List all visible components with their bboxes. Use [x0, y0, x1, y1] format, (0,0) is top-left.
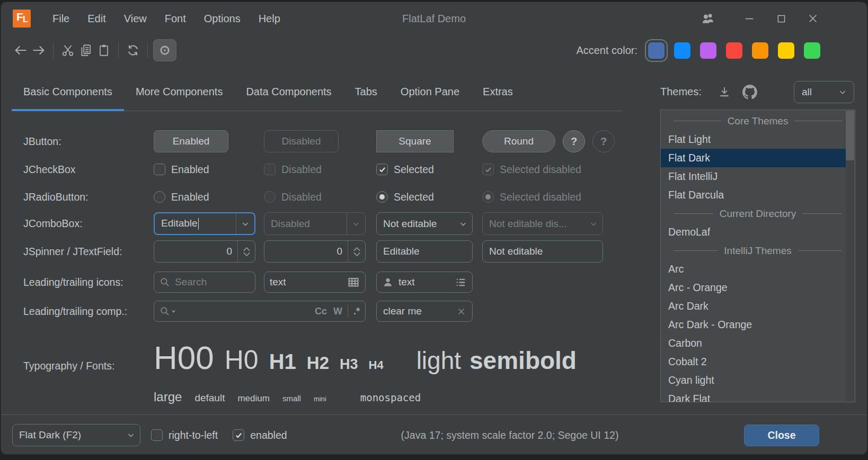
radio-selected[interactable]: Selected	[376, 188, 434, 206]
checkbox-box[interactable]	[151, 429, 163, 441]
themes-scrollbar[interactable]	[846, 111, 854, 401]
font-monospaced: monospaced	[360, 392, 421, 403]
jradiobutton-label: JRadioButton:	[23, 188, 88, 206]
theme-carbon[interactable]: Carbon	[661, 334, 855, 353]
radio-selected-disabled: Selected disabled	[482, 188, 581, 206]
not-editable-combobox[interactable]: Not editable	[376, 212, 473, 235]
search-field[interactable]: Search	[154, 272, 255, 293]
leading-trailing-icons-label: Leading/trailing icons:	[23, 272, 123, 293]
radio-circle-selected	[482, 191, 494, 203]
radio-circle-selected[interactable]	[376, 191, 388, 203]
accent-swatch-yellow[interactable]	[778, 42, 794, 59]
theme-demolaf[interactable]: DemoLaf	[661, 223, 855, 241]
scrollbar-thumb[interactable]	[846, 111, 854, 160]
table-icon[interactable]	[347, 276, 360, 288]
weight-semibold: semibold	[470, 346, 577, 375]
maximize-button[interactable]	[765, 2, 797, 35]
back-icon[interactable]	[12, 41, 30, 59]
accent-swatch-default[interactable]	[648, 42, 665, 59]
forward-icon[interactable]	[30, 41, 48, 59]
theme-flat-intellij[interactable]: Flat IntelliJ	[661, 167, 855, 186]
theme-arc[interactable]: Arc	[661, 260, 855, 278]
tab-data-components[interactable]: Data Components	[234, 73, 343, 111]
menu-view[interactable]: View	[115, 2, 156, 35]
download-icon[interactable]	[715, 83, 733, 101]
search-with-options-field[interactable]: Cc W .*	[154, 301, 366, 322]
tab-tabs[interactable]: Tabs	[343, 73, 389, 111]
spinner-value[interactable]: 0	[264, 246, 348, 257]
accent-swatch-red[interactable]	[726, 42, 742, 59]
menubar: File Edit View Font Options Help	[43, 2, 289, 35]
clearable-textfield[interactable]: clear me	[376, 301, 473, 322]
regex-button[interactable]: .*	[353, 306, 360, 317]
theme-dark-flat[interactable]: Dark Flat	[661, 390, 855, 402]
checkbox-selected[interactable]: Selected	[376, 160, 434, 178]
copy-icon[interactable]	[77, 41, 95, 59]
menu-file[interactable]: File	[43, 2, 78, 35]
enabled-checkbox[interactable]: enabled	[233, 429, 287, 441]
checkbox-box	[264, 164, 276, 175]
menu-help[interactable]: Help	[250, 2, 289, 35]
github-icon[interactable]	[741, 83, 759, 101]
refresh-icon[interactable]	[124, 41, 142, 59]
close-button[interactable]: Close	[744, 425, 819, 446]
textfield-trailing-table[interactable]: text	[264, 272, 366, 293]
theme-cobalt-2[interactable]: Cobalt 2	[661, 353, 855, 371]
chevron-down-icon[interactable]	[454, 219, 472, 229]
radio-enabled[interactable]: Enabled	[154, 188, 209, 206]
themes-header: Themes: all	[660, 73, 854, 111]
close-window-button[interactable]	[797, 2, 829, 35]
checkbox-box-checked[interactable]	[233, 429, 244, 441]
chevron-down-icon[interactable]	[236, 219, 254, 229]
not-editable-textfield[interactable]: Not editable	[482, 240, 603, 263]
theme-flat-light[interactable]: Flat Light	[661, 130, 855, 149]
editable-combobox[interactable]: Editable	[154, 212, 255, 235]
themes-filter-combobox[interactable]: all	[794, 81, 854, 103]
round-button[interactable]: Round	[482, 130, 555, 152]
spinner-1[interactable]: 0	[154, 240, 255, 263]
textfield-leading-user[interactable]: text	[376, 272, 473, 293]
checkbox-box-checked[interactable]	[376, 164, 388, 175]
theme-flat-dark[interactable]: Flat Dark	[661, 149, 846, 167]
chevron-down-icon[interactable]	[122, 430, 140, 440]
cut-icon[interactable]	[59, 41, 77, 59]
users-icon[interactable]	[692, 2, 724, 35]
accent-swatch-green[interactable]	[804, 42, 820, 59]
paste-icon[interactable]	[95, 41, 113, 59]
menu-options[interactable]: Options	[195, 2, 250, 35]
themes-list[interactable]: Core Themes Flat Light Flat Dark Flat In…	[660, 110, 855, 402]
radio-circle[interactable]	[154, 191, 165, 203]
minimize-button[interactable]	[733, 2, 765, 35]
menu-edit[interactable]: Edit	[78, 2, 114, 35]
accent-swatch-purple[interactable]	[700, 42, 716, 59]
show-hidden-eye-icon[interactable]	[153, 39, 176, 61]
spinner-value[interactable]: 0	[154, 246, 237, 257]
tab-basic-components[interactable]: Basic Components	[12, 73, 124, 111]
list-icon[interactable]	[455, 276, 467, 288]
enabled-button[interactable]: Enabled	[154, 130, 228, 152]
spinner-2[interactable]: 0	[264, 240, 366, 263]
match-case-button[interactable]: Cc	[315, 306, 327, 317]
rtl-checkbox[interactable]: right-to-left	[151, 429, 218, 441]
theme-flat-darcula[interactable]: Flat Darcula	[661, 186, 855, 204]
laf-combobox[interactable]: Flat Dark (F2)	[12, 424, 140, 446]
checkbox-box[interactable]	[154, 164, 165, 175]
tab-option-pane[interactable]: Option Pane	[389, 73, 471, 111]
menu-font[interactable]: Font	[156, 2, 195, 35]
help-button[interactable]: ?	[563, 130, 585, 152]
theme-arc-dark[interactable]: Arc Dark	[661, 297, 855, 315]
clear-icon[interactable]	[457, 307, 466, 316]
tab-more-components[interactable]: More Components	[124, 73, 235, 111]
square-button[interactable]: Square	[376, 130, 454, 152]
search-dropdown-icon[interactable]	[160, 306, 176, 317]
accent-swatch-orange[interactable]	[752, 42, 768, 59]
theme-arc-dark-orange[interactable]: Arc Dark - Orange	[661, 315, 855, 334]
theme-cyan-light[interactable]: Cyan light	[661, 371, 855, 390]
whole-word-button[interactable]: W	[333, 306, 342, 317]
accent-swatch-blue[interactable]	[674, 42, 690, 59]
checkbox-enabled[interactable]: Enabled	[154, 160, 209, 178]
theme-arc-orange[interactable]: Arc - Orange	[661, 278, 855, 297]
editable-textfield[interactable]: Editable	[376, 240, 473, 263]
tab-extras[interactable]: Extras	[471, 73, 525, 111]
heading-h4: H4	[369, 358, 384, 372]
